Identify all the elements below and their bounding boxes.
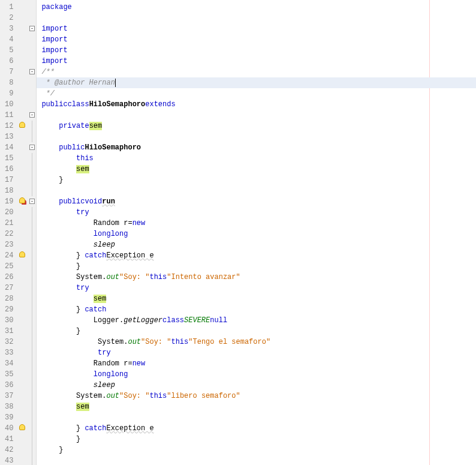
- annotation-cell: [17, 67, 28, 77]
- annotation-cell: [17, 337, 28, 347]
- code-line[interactable]: } catchException e: [37, 423, 476, 434]
- code-token: catch: [85, 251, 106, 260]
- code-line[interactable]: System.out"Soy: "this"Intento avanzar": [37, 272, 476, 283]
- code-token: long: [94, 230, 111, 238]
- code-line[interactable]: publicHiloSemaphoro: [37, 142, 476, 153]
- code-line[interactable]: publicvoidrun: [37, 196, 476, 207]
- fold-cell: [28, 304, 36, 315]
- lightbulb-icon[interactable]: [19, 251, 25, 257]
- code-line[interactable]: } catchException e: [37, 250, 476, 261]
- fold-cell: [28, 45, 36, 56]
- lightbulb-icon[interactable]: [19, 122, 25, 128]
- code-line[interactable]: [37, 185, 476, 196]
- code-line[interactable]: try: [37, 283, 476, 293]
- code-line[interactable]: Logger.getLoggerclassSEVEREnull: [37, 315, 476, 326]
- line-number: 38: [5, 401, 13, 412]
- code-line[interactable]: System.out"Soy: "this"Tengo el semaforo": [37, 337, 476, 347]
- code-line[interactable]: }: [37, 434, 476, 445]
- code-line[interactable]: }: [37, 445, 476, 455]
- fold-toggle-icon[interactable]: -: [29, 112, 35, 118]
- code-line[interactable]: package: [37, 2, 476, 13]
- code-line[interactable]: sleep: [37, 239, 476, 250]
- fold-cell: [28, 283, 36, 293]
- code-line[interactable]: longlong: [37, 229, 476, 239]
- lightbulb-icon[interactable]: [19, 424, 25, 430]
- code-line[interactable]: [37, 110, 476, 121]
- fold-cell: [28, 423, 36, 434]
- fold-cell: [28, 34, 36, 45]
- code-line[interactable]: } catch: [37, 304, 476, 315]
- code-line[interactable]: this: [37, 153, 476, 164]
- code-token: try: [98, 349, 111, 357]
- line-number: 8: [5, 77, 13, 88]
- fold-toggle-icon[interactable]: -: [29, 26, 35, 31]
- annotation-cell: [17, 45, 28, 56]
- code-token: }: [41, 262, 80, 271]
- code-line[interactable]: publicclassHiloSemaphoroextends: [37, 99, 476, 110]
- code-line[interactable]: sleep: [37, 380, 476, 391]
- fold-cell: [28, 56, 36, 67]
- code-line[interactable]: [37, 131, 476, 142]
- code-line[interactable]: }: [37, 261, 476, 272]
- code-token: "Soy: ": [141, 338, 171, 346]
- annotation-cell: [17, 99, 28, 110]
- code-line[interactable]: */: [37, 88, 476, 99]
- fold-cell: -: [28, 23, 36, 34]
- line-number: 16: [5, 164, 13, 175]
- code-line[interactable]: }: [37, 326, 476, 337]
- fold-cell: [28, 445, 36, 455]
- code-token: this: [149, 392, 167, 400]
- line-number: 6: [5, 56, 13, 67]
- code-line[interactable]: [37, 455, 476, 465]
- fold-cell: [28, 261, 36, 272]
- fold-cell: [28, 88, 36, 99]
- fold-cell: [28, 434, 36, 445]
- fold-cell: -: [28, 142, 36, 153]
- code-token: sleep: [94, 241, 115, 249]
- code-token: "Tengo el semaforo": [188, 338, 270, 346]
- code-token: Exception e: [106, 251, 153, 260]
- annotation-cell: [17, 347, 28, 358]
- fold-cell: [28, 175, 36, 185]
- annotation-cell: [17, 2, 28, 13]
- line-number: 41: [5, 434, 13, 445]
- code-line[interactable]: sem: [37, 164, 476, 175]
- fold-column: -----: [28, 0, 36, 465]
- code-line[interactable]: * @author Hernan: [37, 77, 476, 88]
- fold-toggle-icon[interactable]: -: [29, 199, 35, 204]
- code-area[interactable]: packageimportimportimportimport/** * @au…: [37, 0, 476, 465]
- code-line[interactable]: }: [37, 175, 476, 185]
- line-number: 3: [5, 23, 13, 34]
- fold-toggle-icon[interactable]: -: [29, 69, 35, 74]
- code-token: "Soy: ": [119, 392, 149, 400]
- code-line[interactable]: try: [37, 207, 476, 218]
- annotation-cell: [17, 153, 28, 164]
- line-number: 19: [5, 196, 13, 207]
- code-line[interactable]: sem: [37, 401, 476, 412]
- code-line[interactable]: Random r=new: [37, 218, 476, 229]
- code-line[interactable]: System.out"Soy: "this"libero semaforo": [37, 391, 476, 401]
- fold-toggle-icon[interactable]: -: [29, 145, 35, 150]
- code-line[interactable]: longlong: [37, 369, 476, 380]
- code-token: this: [76, 154, 94, 163]
- code-line[interactable]: privatesem: [37, 121, 476, 131]
- code-line[interactable]: /**: [37, 67, 476, 77]
- code-line[interactable]: Random r=new: [37, 358, 476, 369]
- code-token: [41, 122, 59, 130]
- line-number: 1: [5, 2, 13, 13]
- fold-cell: [28, 13, 36, 23]
- text-cursor: [115, 79, 116, 87]
- code-line[interactable]: [37, 13, 476, 23]
- code-line[interactable]: import: [37, 23, 476, 34]
- line-number: 27: [5, 283, 13, 293]
- code-line[interactable]: import: [37, 56, 476, 67]
- line-number: 28: [5, 293, 13, 304]
- fold-cell: [28, 185, 36, 196]
- code-token: out: [128, 338, 141, 346]
- code-line[interactable]: [37, 412, 476, 423]
- code-line[interactable]: try: [37, 347, 476, 358]
- lightbulb-error-icon[interactable]: [19, 197, 25, 203]
- code-line[interactable]: sem: [37, 293, 476, 304]
- code-line[interactable]: import: [37, 45, 476, 56]
- code-line[interactable]: import: [37, 34, 476, 45]
